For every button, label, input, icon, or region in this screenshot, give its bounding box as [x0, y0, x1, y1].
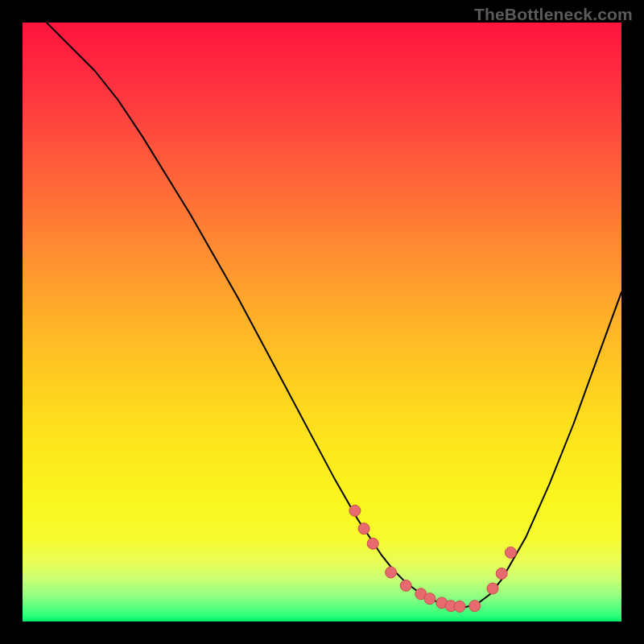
- data-marker: [386, 567, 397, 578]
- bottleneck-curve: [47, 23, 621, 607]
- marker-group: [349, 505, 517, 612]
- data-marker: [349, 505, 361, 516]
- plot-svg: [0, 0, 644, 644]
- data-marker: [400, 580, 411, 591]
- data-marker: [367, 538, 378, 549]
- data-marker: [469, 601, 481, 612]
- data-marker: [358, 523, 369, 535]
- data-marker: [454, 601, 465, 612]
- data-marker: [487, 583, 498, 594]
- data-marker: [424, 593, 436, 605]
- data-marker: [496, 568, 507, 580]
- data-marker: [505, 547, 516, 558]
